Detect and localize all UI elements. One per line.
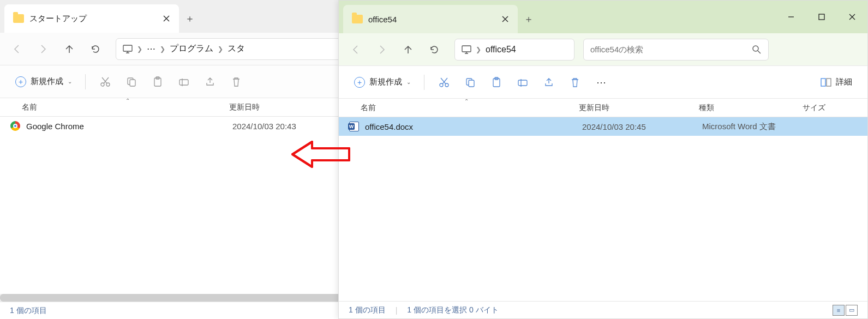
svg-rect-14 (469, 80, 474, 87)
up-button[interactable] (397, 38, 420, 61)
explorer-window-office54: office54 ＋ ❯ office54 + 新規作成 (338, 0, 868, 319)
cut-button[interactable] (93, 71, 117, 93)
toolbar: + 新規作成 ⌄ (0, 65, 393, 98)
svg-rect-18 (821, 79, 825, 86)
up-button[interactable] (58, 38, 81, 61)
new-button-label: 新規作成 (369, 77, 402, 87)
paste-button[interactable] (146, 71, 170, 93)
chevron-down-icon: ⌄ (406, 79, 411, 85)
svg-rect-19 (827, 79, 831, 86)
statusbar: 1 個の項目 (0, 302, 393, 319)
tab-startup[interactable]: スタートアップ (4, 4, 179, 33)
delete-button[interactable] (563, 71, 587, 93)
svg-rect-0 (123, 45, 132, 51)
separator (424, 75, 424, 90)
search-icon[interactable] (752, 45, 762, 55)
delete-button[interactable] (224, 71, 248, 93)
folder-icon (13, 14, 24, 23)
tab-title: office54 (368, 15, 496, 24)
toolbar: + 新規作成 ⌄ ⋯ 詳細 (339, 66, 867, 99)
paste-button[interactable] (484, 71, 508, 93)
minimize-button[interactable] (776, 1, 806, 33)
tab-close-button[interactable] (163, 15, 170, 22)
close-button[interactable] (837, 1, 867, 33)
chevron-right-icon: ❯ (476, 46, 481, 53)
file-name: Google Chrome (26, 122, 232, 131)
refresh-button[interactable] (84, 38, 107, 61)
cut-button[interactable] (432, 71, 456, 93)
view-grid-button[interactable]: ▭ (846, 305, 858, 316)
view-mode-switcher: ≡ ▭ (833, 305, 858, 316)
svg-point-10 (753, 46, 758, 51)
more-button[interactable]: ⋯ (589, 71, 613, 93)
maximize-button[interactable] (806, 1, 837, 33)
file-row[interactable]: office54.docx 2024/10/03 20:45 Microsoft… (339, 117, 867, 136)
titlebar: スタートアップ ＋ (0, 0, 393, 33)
details-button[interactable]: 詳細 (815, 74, 858, 91)
chevron-down-icon: ⌄ (68, 79, 72, 85)
column-type-header[interactable]: 種類 (699, 103, 803, 113)
breadcrumb-segment[interactable]: office54 (486, 45, 516, 55)
status-selected: 1 個の項目を選択 0 バイト (407, 305, 498, 315)
svg-rect-4 (130, 80, 135, 86)
file-list[interactable]: Google Chrome 2024/10/03 20:43 (0, 117, 393, 294)
svg-rect-17 (518, 80, 527, 86)
new-tab-button[interactable]: ＋ (518, 5, 540, 33)
breadcrumb-ellipsis[interactable]: ⋯ (147, 44, 155, 54)
chevron-right-icon: ❯ (160, 45, 165, 53)
column-headers: ⌃ 名前 更新日時 (0, 98, 393, 117)
column-size-header[interactable]: サイズ (803, 103, 867, 113)
column-name-header[interactable]: 名前 (361, 103, 579, 113)
new-button[interactable]: + 新規作成 ⌄ (349, 74, 416, 91)
file-type: Microsoft Word 文書 (702, 122, 811, 132)
file-date: 2024/10/03 20:45 (582, 122, 702, 131)
search-input[interactable] (590, 45, 752, 54)
share-button[interactable] (198, 71, 222, 93)
separator: | (396, 306, 398, 315)
pc-icon (462, 45, 471, 54)
rename-button[interactable] (511, 71, 535, 93)
back-button[interactable] (5, 38, 28, 61)
file-row[interactable]: Google Chrome 2024/10/03 20:43 (0, 117, 393, 135)
chevron-right-icon: ❯ (137, 45, 142, 53)
file-name: office54.docx (365, 122, 582, 131)
new-tab-button[interactable]: ＋ (179, 4, 201, 33)
column-name-header[interactable]: 名前 (22, 103, 229, 112)
details-label: 詳細 (836, 77, 852, 87)
copy-button[interactable] (119, 71, 143, 93)
back-button[interactable] (344, 38, 367, 61)
status-item-count: 1 個の項目 (10, 306, 47, 316)
breadcrumb-segment[interactable]: プログラム (170, 43, 213, 55)
sort-caret-icon: ⌃ (125, 98, 130, 104)
rename-button[interactable] (172, 71, 196, 93)
column-headers: ⌃ 名前 更新日時 種類 サイズ (339, 99, 867, 117)
address-bar[interactable]: ❯ office54 (454, 39, 574, 61)
breadcrumb-segment[interactable]: スタ (228, 43, 245, 55)
navbar: ❯ ⋯ ❯ プログラム ❯ スタ (0, 33, 393, 65)
chrome-icon (10, 121, 21, 131)
tab-office54[interactable]: office54 (343, 5, 518, 33)
tab-close-button[interactable] (501, 15, 509, 23)
column-date-header[interactable]: 更新日時 (579, 103, 699, 113)
sort-caret-icon: ⌃ (464, 98, 469, 104)
navbar: ❯ office54 (339, 33, 867, 66)
plus-circle-icon: + (354, 77, 365, 88)
forward-button[interactable] (32, 38, 55, 61)
share-button[interactable] (537, 71, 561, 93)
new-button-label: 新規作成 (31, 76, 63, 87)
search-box[interactable] (583, 39, 769, 61)
refresh-button[interactable] (423, 38, 446, 61)
pc-icon (123, 45, 133, 53)
folder-icon (352, 15, 363, 23)
forward-button[interactable] (370, 38, 393, 61)
status-item-count: 1 個の項目 (349, 305, 386, 315)
file-date: 2024/10/03 20:43 (232, 122, 352, 131)
svg-rect-7 (179, 80, 188, 85)
copy-button[interactable] (458, 71, 482, 93)
titlebar: office54 ＋ (339, 1, 867, 33)
horizontal-scrollbar[interactable] (0, 294, 393, 302)
column-date-header[interactable]: 更新日時 (229, 103, 349, 112)
view-list-button[interactable]: ≡ (833, 305, 845, 316)
file-list[interactable]: office54.docx 2024/10/03 20:45 Microsoft… (339, 117, 867, 301)
new-button[interactable]: + 新規作成 ⌄ (10, 73, 77, 91)
